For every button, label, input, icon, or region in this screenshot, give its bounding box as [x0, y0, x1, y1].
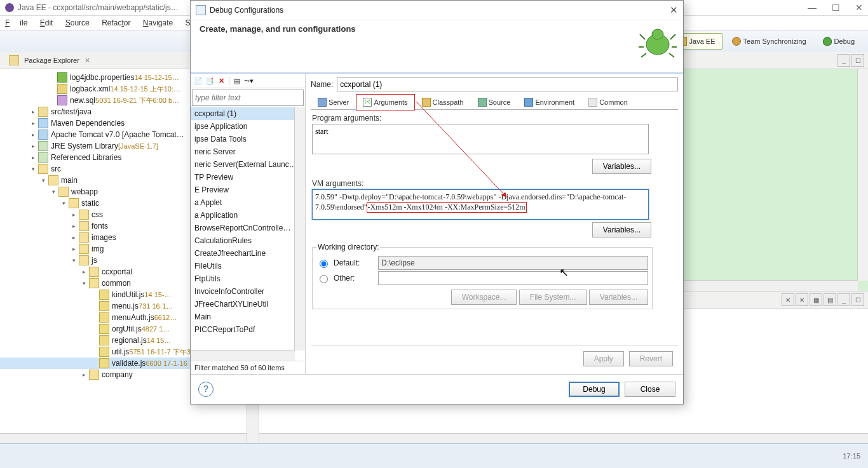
tree-twistie[interactable]: ▸ — [80, 266, 88, 277]
close-button[interactable]: Close — [625, 382, 675, 397]
editor-maximize-button[interactable]: ☐ — [851, 54, 864, 67]
menu-navigate[interactable]: Navigate — [143, 18, 173, 27]
config-list-item[interactable]: ccxportal (1) — [191, 107, 305, 120]
tree-twistie[interactable]: ▸ — [29, 106, 37, 117]
name-label: Name: — [311, 80, 333, 89]
program-args-variables-button[interactable]: Variables... — [592, 159, 651, 174]
tree-twistie[interactable]: ▸ — [29, 152, 37, 163]
window-maximize[interactable]: ☐ — [832, 0, 840, 15]
tree-twistie[interactable]: ▸ — [29, 140, 37, 152]
tree-node-icon — [79, 210, 89, 220]
perspective-sync[interactable]: Team Synchronizing — [725, 33, 813, 50]
tree-twistie[interactable]: ▾ — [80, 277, 88, 289]
dialog-titlebar[interactable]: Debug Configurations ✕ — [191, 1, 683, 20]
menu-file[interactable]: File — [5, 18, 27, 27]
config-list-item[interactable]: ipse Data Tools — [191, 133, 305, 145]
config-list-item[interactable]: Main — [191, 311, 305, 323]
close-icon[interactable]: ✕ — [85, 57, 90, 65]
delete-config-button[interactable]: ✕ — [216, 76, 226, 86]
tree-node-icon — [99, 335, 109, 345]
config-list-item[interactable]: E Preview — [191, 184, 305, 196]
program-arguments-textarea[interactable] — [312, 124, 649, 154]
tree-h-scrollbar[interactable] — [0, 433, 247, 444]
vm-args-variables-button[interactable]: Variables... — [592, 222, 651, 237]
tree-node-decoration: 5031 16-9-21 下午6:00 b… — [95, 95, 179, 106]
menu-source[interactable]: Source — [65, 18, 90, 27]
revert-button[interactable]: Revert — [629, 351, 673, 366]
tree-twistie[interactable]: ▸ — [70, 220, 78, 232]
wd-default-radio[interactable] — [320, 260, 328, 268]
tab-common[interactable]: Common — [581, 94, 635, 110]
config-list-item[interactable]: InvoiceInfoController — [191, 285, 305, 298]
config-list[interactable]: ccxportal (1)ipse Applicationipse Data T… — [191, 107, 305, 361]
tree-node-decoration: 4827 1… — [142, 323, 170, 335]
window-minimize[interactable]: — — [808, 0, 817, 15]
menu-edit[interactable]: Edit — [40, 18, 53, 27]
tree-twistie[interactable]: ▾ — [39, 175, 47, 186]
config-list-item[interactable]: neric Server(External Launc… — [191, 158, 305, 171]
tree-node-label: js — [92, 255, 97, 266]
help-icon[interactable]: ? — [198, 382, 214, 397]
tab-environment[interactable]: Environment — [517, 94, 581, 110]
tree-twistie[interactable]: ▸ — [29, 129, 37, 140]
tab-source[interactable]: Source — [471, 94, 518, 110]
editor-v-scrollbar[interactable] — [857, 69, 868, 281]
debug-button[interactable]: Debug — [569, 382, 620, 397]
window-close[interactable]: ✕ — [855, 0, 863, 15]
config-list-item[interactable]: neric Server — [191, 145, 305, 158]
bottom-minimize-button[interactable]: _ — [837, 293, 850, 306]
file-system-button[interactable]: File System... — [519, 290, 587, 305]
tab-arguments[interactable]: (x)Arguments — [356, 94, 414, 110]
tab-server[interactable]: Server — [311, 94, 356, 110]
config-list-item[interactable]: TP Preview — [191, 171, 305, 184]
bottom-toolbar-btn-4[interactable]: ▤ — [824, 293, 836, 306]
config-list-item[interactable]: a Applet — [191, 196, 305, 209]
package-explorer-tab[interactable]: Package Explorer ✕ — [4, 52, 95, 69]
config-list-item[interactable]: a Application — [191, 209, 305, 222]
tree-twistie[interactable]: ▾ — [60, 197, 67, 209]
config-list-item[interactable]: FtpUtils — [191, 272, 305, 285]
config-filter-input[interactable] — [192, 90, 304, 106]
console-h-scrollbar[interactable] — [259, 433, 868, 444]
apply-button[interactable]: Apply — [583, 351, 624, 366]
config-list-h-scroll[interactable] — [191, 350, 295, 361]
config-list-item[interactable]: FileUtils — [191, 260, 305, 272]
bottom-toolbar-btn-3[interactable]: ▦ — [810, 293, 822, 306]
config-list-item[interactable]: ipse Application — [191, 120, 305, 133]
menu-refactor[interactable]: Refactor — [102, 18, 130, 27]
tree-twistie[interactable]: ▸ — [70, 243, 78, 255]
config-list-item[interactable]: CreateJfreechartLine — [191, 247, 305, 260]
config-list-v-scroll[interactable] — [294, 107, 305, 351]
status-bar: 17:15 — [0, 443, 868, 468]
bottom-maximize-button[interactable]: ☐ — [851, 293, 864, 306]
workspace-button[interactable]: Workspace... — [451, 290, 517, 305]
tree-node-icon — [79, 255, 89, 265]
tab-classpath[interactable]: Classpath — [415, 94, 471, 110]
config-name-input[interactable] — [337, 77, 678, 91]
collapse-config-button[interactable]: ▤ — [232, 76, 242, 86]
tree-twistie[interactable]: ▸ — [80, 369, 88, 380]
new-config-button[interactable]: 📄 — [193, 76, 203, 86]
duplicate-config-button[interactable]: 📑 — [205, 76, 215, 86]
tree-twistie[interactable]: ▸ — [70, 209, 78, 220]
config-list-item[interactable]: CalculationRules — [191, 234, 305, 247]
wd-other-radio[interactable] — [320, 275, 328, 283]
perspective-debug[interactable]: Debug — [816, 33, 862, 50]
vm-arguments-textarea[interactable]: 7.0.59" -Dwtp.deploy="D:\apache-tomcat-7… — [312, 189, 649, 220]
filter-menu-button[interactable]: ⤳▾ — [243, 76, 254, 86]
tree-node-decoration: 14 15-… — [144, 289, 171, 300]
wd-variables-button[interactable]: Variables... — [589, 290, 648, 305]
tree-twistie[interactable]: ▾ — [50, 186, 57, 197]
config-list-item[interactable]: JFreeChartXYLineUtil — [191, 298, 305, 311]
bottom-toolbar-btn-2[interactable]: ✕ — [796, 293, 808, 306]
tree-twistie[interactable]: ▸ — [70, 232, 78, 243]
tree-twistie[interactable]: ▾ — [70, 255, 78, 266]
tree-twistie[interactable]: ▾ — [29, 163, 37, 175]
bottom-toolbar-btn-1[interactable]: ✕ — [782, 293, 794, 306]
dialog-close-icon[interactable]: ✕ — [670, 4, 678, 16]
wd-other-input[interactable] — [378, 271, 648, 285]
editor-minimize-button[interactable]: _ — [837, 54, 850, 67]
config-list-item[interactable]: BrowseReportCnControlle… — [191, 222, 305, 234]
config-list-item[interactable]: PICCReportToPdf — [191, 323, 305, 336]
tree-twistie[interactable]: ▸ — [29, 117, 37, 129]
